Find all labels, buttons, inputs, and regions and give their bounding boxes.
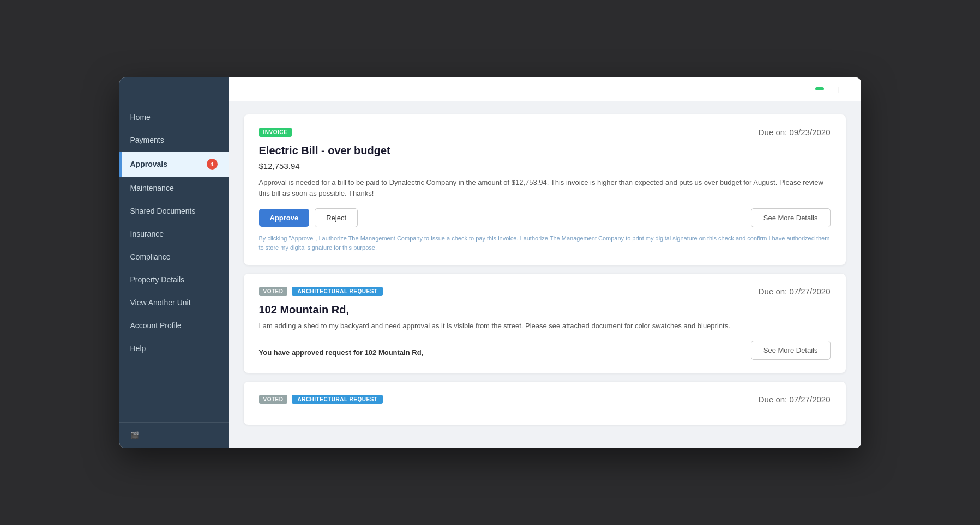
sidebar-greeting xyxy=(119,77,229,97)
topbar: | xyxy=(229,77,861,101)
see-more-details-button[interactable]: See More Details xyxy=(751,341,831,360)
card-title: Electric Bill - over budget xyxy=(259,144,831,157)
sidebar-item-label: Compliance xyxy=(130,252,171,261)
card-description: Approval is needed for a bill to be paid… xyxy=(259,177,831,200)
sidebar-item-view-another-unit[interactable]: View Another Unit xyxy=(119,291,229,314)
sidebar-item-label: Help xyxy=(130,344,146,353)
sidebar-item-home[interactable]: Home xyxy=(119,106,229,129)
main-content: | INVOICEDue on: 09/23/2020Electric Bill… xyxy=(229,77,861,448)
voted-badge: VOTED xyxy=(259,395,288,404)
gifox-icon: 🎬 xyxy=(130,431,139,439)
due-date: Due on: 07/27/2020 xyxy=(759,287,831,296)
content-area: INVOICEDue on: 09/23/2020Electric Bill -… xyxy=(229,101,861,448)
sidebar-item-help[interactable]: Help xyxy=(119,337,229,360)
sidebar-item-maintenance[interactable]: Maintenance xyxy=(119,177,229,200)
card-badges: VOTEDARCHITECTURAL REQUEST xyxy=(259,287,383,296)
card-amount: $12,753.94 xyxy=(259,161,831,171)
approval-card-3: VOTEDARCHITECTURAL REQUESTDue on: 07/27/… xyxy=(244,382,846,425)
due-date: Due on: 07/27/2020 xyxy=(759,395,831,404)
card-header-row: VOTEDARCHITECTURAL REQUESTDue on: 07/27/… xyxy=(259,287,831,296)
approval-card-1: INVOICEDue on: 09/23/2020Electric Bill -… xyxy=(244,114,846,265)
card-badges: INVOICE xyxy=(259,128,292,137)
see-more-details-button[interactable]: See More Details xyxy=(751,208,831,227)
voted-badge: VOTED xyxy=(259,287,288,296)
sidebar-item-label: Insurance xyxy=(130,230,164,238)
card-actions-row: You have approved request for 102 Mounta… xyxy=(259,341,831,360)
approve-button[interactable]: Approve xyxy=(259,209,310,227)
sidebar-item-label: Shared Documents xyxy=(130,207,196,215)
approval-card-2: VOTEDARCHITECTURAL REQUESTDue on: 07/27/… xyxy=(244,274,846,373)
sidebar-item-label: Payments xyxy=(130,136,164,144)
sidebar-item-account-profile[interactable]: Account Profile xyxy=(119,314,229,337)
arch-badge: ARCHITECTURAL REQUEST xyxy=(292,395,383,404)
card-header-row: INVOICEDue on: 09/23/2020 xyxy=(259,128,831,137)
sidebar-item-payments[interactable]: Payments xyxy=(119,129,229,152)
card-title: 102 Mountain Rd, xyxy=(259,304,831,316)
sidebar-item-label: Home xyxy=(130,113,151,122)
sidebar-item-property-details[interactable]: Property Details xyxy=(119,268,229,291)
reject-button[interactable]: Reject xyxy=(315,208,358,227)
type-badge: INVOICE xyxy=(259,128,292,137)
sidebar-item-label: Approvals xyxy=(130,160,167,168)
card-description: I am adding a shed to my backyard and ne… xyxy=(259,321,831,332)
sidebar-item-label: Maintenance xyxy=(130,184,174,192)
sidebar-item-shared-documents[interactable]: Shared Documents xyxy=(119,200,229,222)
divider: | xyxy=(837,85,839,93)
sidebar: HomePaymentsApprovals4MaintenanceShared … xyxy=(119,77,229,448)
topbar-right: | xyxy=(815,85,845,93)
sidebar-item-approvals[interactable]: Approvals4 xyxy=(119,152,229,177)
due-date: Due on: 09/23/2020 xyxy=(759,128,831,137)
voted-note: You have approved request for 102 Mounta… xyxy=(259,348,424,357)
card-actions: ApproveRejectSee More Details xyxy=(259,208,831,227)
legal-text: By clicking "Approve", I authorize The M… xyxy=(259,234,831,252)
sidebar-footer: 🎬 xyxy=(119,422,229,448)
sidebar-item-insurance[interactable]: Insurance xyxy=(119,222,229,245)
property-label-badge xyxy=(815,87,824,90)
card-badges: VOTEDARCHITECTURAL REQUEST xyxy=(259,395,383,404)
sidebar-item-label: View Another Unit xyxy=(130,298,191,307)
sidebar-item-label: Account Profile xyxy=(130,321,182,330)
card-header-row: VOTEDARCHITECTURAL REQUESTDue on: 07/27/… xyxy=(259,395,831,404)
sidebar-navigation: HomePaymentsApprovals4MaintenanceShared … xyxy=(119,106,229,422)
nav-badge-approvals: 4 xyxy=(207,159,218,170)
arch-badge: ARCHITECTURAL REQUEST xyxy=(292,287,383,296)
sidebar-item-compliance[interactable]: Compliance xyxy=(119,245,229,268)
sidebar-item-label: Property Details xyxy=(130,275,185,284)
